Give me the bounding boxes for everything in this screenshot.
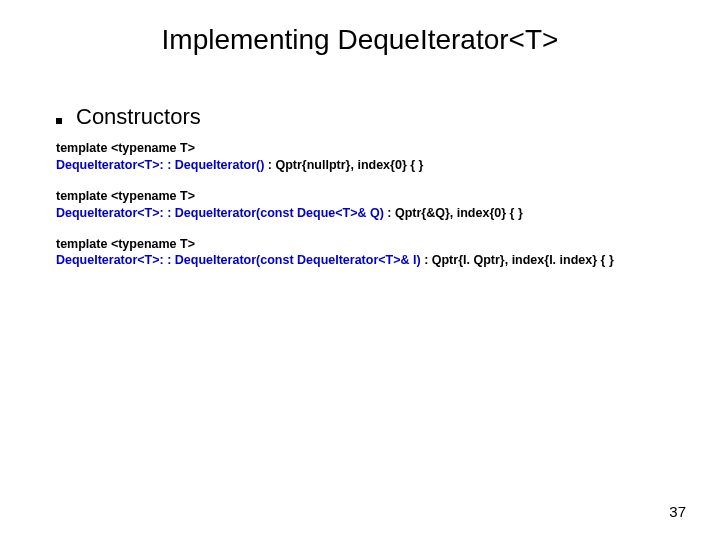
code-block-3: template <typename T> DequeIterator<T>: … <box>56 236 680 270</box>
bullet-text: Constructors <box>76 104 201 130</box>
slide-title: Implementing DequeIterator<T> <box>0 24 720 56</box>
bullet-row: Constructors <box>56 104 680 130</box>
slide-content: Constructors template <typename T> Deque… <box>56 104 680 283</box>
code-initializer: : Qptr{I. Qptr}, index{I. index} { } <box>421 253 614 267</box>
slide: Implementing DequeIterator<T> Constructo… <box>0 0 720 540</box>
bullet-dot-icon <box>56 118 62 124</box>
code-template-line: template <typename T> <box>56 188 680 205</box>
code-signature-line: DequeIterator<T>: : DequeIterator() : Qp… <box>56 157 680 174</box>
code-template-line: template <typename T> <box>56 236 680 253</box>
code-block-2: template <typename T> DequeIterator<T>: … <box>56 188 680 222</box>
code-signature-line: DequeIterator<T>: : DequeIterator(const … <box>56 252 680 269</box>
code-block-1: template <typename T> DequeIterator<T>: … <box>56 140 680 174</box>
page-number: 37 <box>669 503 686 520</box>
code-template-line: template <typename T> <box>56 140 680 157</box>
code-signature: DequeIterator<T>: : DequeIterator(const … <box>56 206 384 220</box>
code-signature: DequeIterator<T>: : DequeIterator(const … <box>56 253 421 267</box>
code-signature-line: DequeIterator<T>: : DequeIterator(const … <box>56 205 680 222</box>
code-signature: DequeIterator<T>: : DequeIterator() <box>56 158 264 172</box>
code-initializer: : Qptr{&Q}, index{0} { } <box>384 206 523 220</box>
code-initializer: : Qptr{nullptr}, index{0} { } <box>264 158 423 172</box>
